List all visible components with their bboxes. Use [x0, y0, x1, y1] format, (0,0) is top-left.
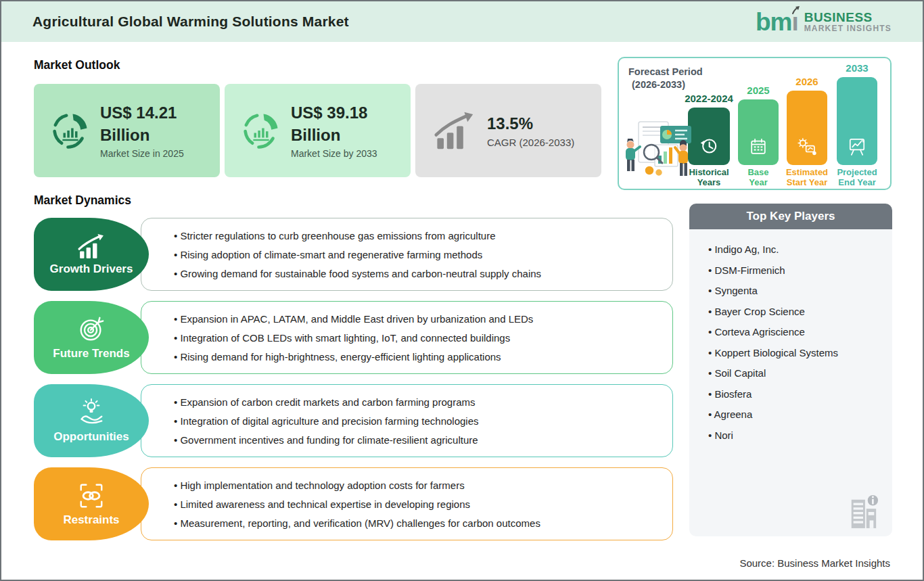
market-size-caption: Market Size in 2025 [100, 148, 184, 159]
presentation-icon [847, 136, 867, 156]
cagr-caption: CAGR (2026-2033) [487, 137, 574, 148]
logo-business: BUSINESS [804, 11, 892, 24]
growth-chart-icon [433, 111, 476, 150]
opportunities-pill: Opportunities [34, 384, 149, 457]
growth-drivers-bullets: Stricter regulations to curb greenhouse … [174, 218, 541, 291]
top-key-players-body: Indigo Ag, Inc. DSM-Firmenich Syngenta B… [689, 229, 892, 536]
gear-chart-icon [797, 137, 817, 156]
future-trends-row: Future Trends Expansion in APAC, LATAM, … [34, 301, 673, 374]
top-key-players-panel: Top Key Players Indigo Ag, Inc. DSM-Firm… [689, 204, 892, 536]
bullet: Measurement, reporting, and verification… [174, 517, 540, 529]
key-player-item: Corteva Agriscience [708, 326, 885, 338]
outlook-cards: US$ 14.21 Billion Market Size in 2025 [34, 84, 601, 177]
bullet: Rising demand for high-brightness, energ… [174, 351, 533, 363]
page-title: Agricultural Global Warming Solutions Ma… [32, 14, 349, 30]
donut-chart-icon [242, 112, 280, 149]
logo-arrow-icon [791, 5, 801, 15]
target-dart-icon [77, 315, 106, 344]
bullet: Stricter regulations to curb greenhouse … [174, 230, 541, 241]
card-text: US$ 14.21 Billion Market Size in 2025 [100, 102, 184, 159]
bullet: Integration of digital agriculture and p… [174, 415, 479, 427]
growth-drivers-label: Growth Drivers [50, 262, 133, 276]
top-key-players-heading: Top Key Players [689, 204, 892, 229]
projected-end-year-label: 2033 [820, 62, 894, 74]
key-player-item: Bayer Crop Science [708, 306, 885, 318]
bullet: Expansion of carbon credit markets and c… [174, 396, 479, 408]
market-size-caption: Market Size by 2033 [291, 148, 377, 159]
future-trends-pill: Future Trends [34, 301, 149, 374]
growth-chart-icon [76, 233, 106, 259]
key-player-item: Koppert Biological Systems [708, 347, 885, 359]
opportunities-bullets: Expansion of carbon credit markets and c… [174, 384, 479, 457]
market-dynamics-heading: Market Dynamics [34, 193, 131, 208]
restraints-label: Restraints [63, 513, 119, 527]
key-player-item: DSM-Firmenich [708, 264, 885, 277]
growth-drivers-row: Growth Drivers Stricter regulations to c… [34, 218, 673, 291]
restraints-row: Restraints High implementation and techn… [34, 467, 673, 540]
estimated-start-year-bar [787, 91, 827, 165]
forecast-period-title: Forecast Period (2026-2033) [628, 66, 703, 91]
card-text: 13.5% CAGR (2026-2033) [487, 113, 574, 148]
header-bar: Agricultural Global Warming Solutions Ma… [1, 1, 923, 42]
market-outlook-heading: Market Outlook [34, 58, 120, 72]
restraints-bullets: High implementation and technology adopt… [174, 467, 540, 540]
bullet: Integration of COB LEDs with smart light… [174, 332, 533, 344]
key-player-item: Nori [708, 429, 885, 442]
base-year-bar [738, 99, 779, 165]
card-text: US$ 39.18 Billion Market Size by 2033 [291, 102, 377, 159]
bmi-logo: bmı BUSINESS MARKET INSIGHTS [756, 9, 892, 34]
market-size-2033-card: US$ 39.18 Billion Market Size by 2033 [225, 84, 411, 177]
cagr-value: 13.5% [487, 113, 574, 135]
logo-market-insights: MARKET INSIGHTS [804, 24, 892, 33]
key-players-list: Indigo Ag, Inc. DSM-Firmenich Syngenta B… [708, 243, 885, 442]
bullet: Growing demand for sustainable food syst… [174, 268, 541, 279]
company-building-icon [848, 492, 879, 531]
bmi-logo-text: BUSINESS MARKET INSIGHTS [804, 11, 892, 33]
market-size-value: US$ 39.18 Billion [291, 102, 377, 146]
key-player-item: Indigo Ag, Inc. [708, 243, 885, 256]
market-size-2025-card: US$ 14.21 Billion Market Size in 2025 [34, 84, 220, 177]
growth-drivers-pill: Growth Drivers [34, 218, 149, 291]
restraints-pill: Restraints [34, 467, 149, 540]
forecast-illustration [622, 115, 702, 187]
future-trends-bullets: Expansion in APAC, LATAM, and Middle Eas… [174, 301, 533, 374]
key-player-item: Syngenta [708, 285, 885, 297]
chain-links-icon [77, 482, 106, 510]
projected-end-year-caption: ProjectedEnd Year [823, 167, 891, 187]
bullet: Rising adoption of climate-smart and reg… [174, 249, 541, 260]
infographic-page: Agricultural Global Warming Solutions Ma… [0, 0, 924, 581]
source-credit: Source: Business Market Insights [739, 557, 890, 569]
bmi-logo-mark: bmı [756, 9, 798, 34]
calendar-icon [749, 137, 768, 156]
bullet: Government incentives and funding for cl… [174, 434, 479, 446]
key-player-item: Agreena [708, 409, 885, 421]
opportunities-row: Opportunities Expansion of carbon credit… [34, 384, 673, 457]
future-trends-label: Future Trends [53, 347, 129, 361]
bulb-hand-icon [77, 398, 106, 427]
key-player-item: Biosfera [708, 388, 885, 400]
cagr-card: 13.5% CAGR (2026-2033) [415, 84, 601, 177]
bullet: Expansion in APAC, LATAM, and Middle Eas… [174, 313, 533, 325]
market-size-value: US$ 14.21 Billion [100, 102, 184, 146]
bullet: High implementation and technology adopt… [174, 480, 540, 491]
projected-end-year-bar [837, 77, 877, 165]
forecast-period-panel: Forecast Period (2026-2033) 2022-2024 20… [618, 57, 892, 190]
donut-chart-icon [51, 112, 89, 149]
opportunities-label: Opportunities [53, 430, 129, 444]
key-player-item: Soil Capital [708, 367, 885, 379]
bullet: Limited awareness and technical expertis… [174, 498, 540, 510]
estimated-start-year-label: 2026 [770, 76, 844, 87]
